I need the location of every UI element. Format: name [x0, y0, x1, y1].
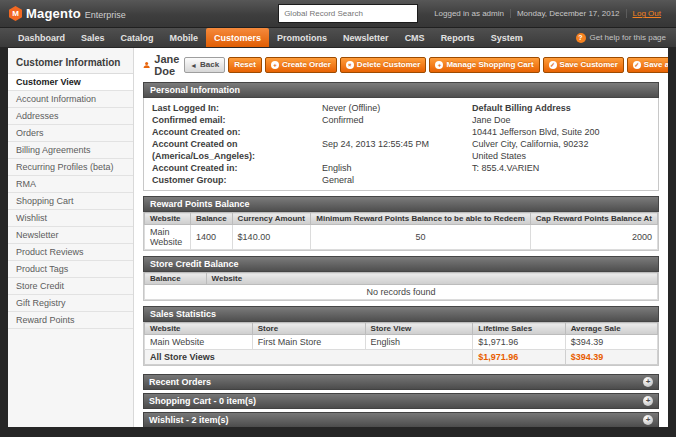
current-date-label: Monday, December 17, 2012 [510, 9, 626, 18]
table-header-row: Website Store Store View Lifetime Sales … [145, 323, 658, 335]
create-order-button[interactable]: + Create Order [265, 57, 337, 73]
accordion-label: Shopping Cart - 0 item(s) [149, 396, 256, 406]
column-header: Website [145, 323, 253, 335]
cell-website: Main Website [145, 335, 253, 350]
sidebar-item-gift-registry[interactable]: Gift Registry [8, 295, 133, 312]
sidebar-item-recurring-profiles[interactable]: Recurring Profiles (beta) [8, 159, 133, 176]
sidebar-item-reward-points[interactable]: Reward Points [8, 312, 133, 329]
nav-system[interactable]: System [483, 28, 531, 47]
address-line: Jane Doe [472, 114, 599, 126]
logout-link[interactable]: Log Out [626, 9, 667, 18]
global-search-input[interactable] [278, 4, 418, 23]
delete-customer-button[interactable]: × Delete Customer [340, 57, 427, 73]
column-header: Balance [145, 273, 207, 285]
sales-statistics-section: Sales Statistics Website Store Store Vie… [143, 306, 659, 366]
magento-logo[interactable]: M Magento Enterprise [9, 6, 126, 21]
sidebar-item-product-reviews[interactable]: Product Reviews [8, 244, 133, 261]
sidebar-item-rma[interactable]: RMA [8, 176, 133, 193]
nav-newsletter[interactable]: Newsletter [335, 28, 397, 47]
accordion-recent-orders[interactable]: Recent Orders + [143, 374, 659, 390]
reset-button[interactable]: Reset [228, 57, 262, 73]
field-row: Account Created in: English [152, 162, 452, 174]
nav-reports[interactable]: Reports [433, 28, 483, 47]
save-continue-icon: ✓ [633, 61, 641, 69]
delete-customer-label: Delete Customer [357, 61, 421, 69]
nav-customers[interactable]: Customers [206, 28, 269, 47]
sidebar-item-customer-view[interactable]: Customer View [8, 74, 133, 91]
nav-dashboard[interactable]: Dashboard [10, 28, 73, 47]
logo-edition-label: Enterprise [85, 10, 126, 20]
cell-lifetime-sales: $1,971.96 [473, 335, 565, 350]
sales-statistics-body: Website Store Store View Lifetime Sales … [143, 322, 659, 366]
magento-admin-window: M Magento Enterprise Logged in as admin … [0, 0, 676, 437]
sidebar-item-wishlist[interactable]: Wishlist [8, 210, 133, 227]
field-label: Last Logged In: [152, 102, 322, 114]
sidebar-item-shopping-cart[interactable]: Shopping Cart [8, 193, 133, 210]
create-order-label: Create Order [282, 61, 331, 69]
field-label: Confirmed email: [152, 114, 322, 126]
help-link[interactable]: ? Get help for this page [576, 28, 667, 47]
page-title: Jane Doe [143, 53, 184, 77]
top-bar: M Magento Enterprise Logged in as admin … [0, 0, 676, 28]
sidebar-item-addresses[interactable]: Addresses [8, 108, 133, 125]
nav-cms[interactable]: CMS [397, 28, 433, 47]
sidebar-item-account-information[interactable]: Account Information [8, 91, 133, 108]
sidebar-item-store-credit[interactable]: Store Credit [8, 278, 133, 295]
sidebar-item-product-tags[interactable]: Product Tags [8, 261, 133, 278]
nav-catalog[interactable]: Catalog [113, 28, 162, 47]
create-order-icon: + [271, 61, 279, 69]
sidebar-menu: Customer View Account Information Addres… [8, 73, 133, 329]
back-button[interactable]: ◄ Back [184, 57, 225, 73]
main-content: Jane Doe ◄ Back Reset + Create Order [134, 48, 668, 427]
help-icon: ? [576, 33, 586, 43]
cell-min-balance: 50 [311, 225, 531, 250]
column-header: Lifetime Sales [473, 323, 565, 335]
field-value: General [322, 174, 354, 186]
reset-button-label: Reset [234, 61, 256, 69]
table-header-row: Balance Website [145, 273, 658, 285]
cell-website: Main Website [145, 225, 191, 250]
store-credit-section: Store Credit Balance Balance Website No … [143, 256, 659, 301]
customer-name: Jane Doe [154, 53, 184, 77]
field-label: Account Created on: [152, 126, 322, 138]
expand-icon[interactable]: + [643, 377, 653, 387]
action-buttons: ◄ Back Reset + Create Order × Delete Cus… [184, 57, 668, 73]
column-header: Balance [190, 213, 232, 225]
sales-statistics-header: Sales Statistics [143, 306, 659, 322]
reward-points-header: Reward Points Balance [143, 196, 659, 212]
personal-information-body: Last Logged In: Never (Offline) Confirme… [143, 98, 659, 191]
column-header: Store [252, 323, 365, 335]
accordion-shopping-cart[interactable]: Shopping Cart - 0 item(s) + [143, 393, 659, 409]
cell-currency-amount: $140.00 [232, 225, 311, 250]
expand-icon[interactable]: + [643, 415, 653, 425]
address-line: United States [472, 150, 599, 162]
reward-points-section: Reward Points Balance Website Balance Cu… [143, 196, 659, 251]
column-header: Store View [365, 323, 473, 335]
address-line: T: 855.4.VARIEN [472, 162, 599, 174]
back-arrow-icon: ◄ [190, 62, 197, 69]
column-header: Minimum Reward Points Balance to be able… [311, 213, 531, 225]
nav-mobile[interactable]: Mobile [162, 28, 207, 47]
empty-row: No records found [145, 285, 658, 300]
logo-text: Magento [26, 6, 81, 21]
save-continue-button[interactable]: ✓ Save and Continue Edit [627, 57, 668, 73]
back-button-label: Back [200, 61, 219, 69]
sidebar-item-orders[interactable]: Orders [8, 125, 133, 142]
accordion-label: Wishlist - 2 item(s) [149, 415, 228, 425]
totals-row: All Store Views $1,971.96 $394.39 [145, 350, 658, 365]
cell-cap-balance: 2000 [530, 225, 657, 250]
help-label: Get help for this page [590, 33, 667, 42]
main-nav: Dashboard Sales Catalog Mobile Customers… [0, 28, 676, 48]
sidebar-item-billing-agreements[interactable]: Billing Agreements [8, 142, 133, 159]
accordion-wishlist[interactable]: Wishlist - 2 item(s) + [143, 412, 659, 427]
accordion-label: Recent Orders [149, 377, 211, 387]
nav-sales[interactable]: Sales [73, 28, 113, 47]
expand-icon[interactable]: + [643, 396, 653, 406]
field-row: Customer Group: General [152, 174, 452, 186]
manage-shopping-cart-button[interactable]: + Manage Shopping Cart [429, 57, 539, 73]
nav-promotions[interactable]: Promotions [269, 28, 335, 47]
cell-balance: 1400 [190, 225, 232, 250]
sidebar-item-newsletter[interactable]: Newsletter [8, 227, 133, 244]
save-customer-button[interactable]: ✓ Save Customer [543, 57, 624, 73]
customer-avatar-icon [143, 59, 150, 71]
